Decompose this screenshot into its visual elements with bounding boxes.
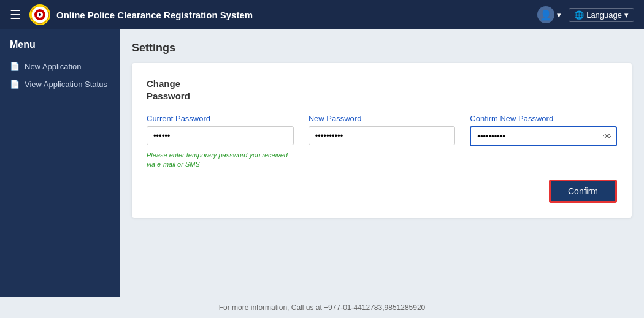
main-layout: Menu 📄 New Application 📄 View Applicatio… — [0, 29, 644, 297]
navbar-logo-area: Online Police Clearance Registration Sys… — [29, 4, 537, 25]
confirm-password-input[interactable] — [470, 126, 617, 146]
sidebar-item-label: New Application — [25, 62, 82, 71]
language-icon: 🌐 — [574, 10, 584, 20]
confirm-password-label: Confirm New Password — [470, 114, 617, 123]
new-password-group: New Password — [309, 114, 456, 170]
navbar-logo — [29, 4, 50, 25]
hamburger-icon[interactable]: ☰ — [10, 7, 21, 22]
current-password-helper: Please enter temporary password you rece… — [147, 151, 294, 170]
page-title: Settings — [132, 42, 632, 55]
confirm-button[interactable]: Confirm — [549, 180, 617, 203]
footer-text: For more information, Call us at +977-01… — [219, 303, 426, 312]
eye-icon[interactable]: 👁 — [603, 131, 612, 142]
language-selector[interactable]: 🌐 Language ▾ — [569, 8, 634, 22]
content-area: Settings ChangePassword Current Password… — [120, 29, 644, 297]
form-actions: Confirm — [147, 180, 617, 203]
sidebar-item-label-2: View Application Status — [25, 80, 107, 89]
navbar-title: Online Police Clearance Registration Sys… — [56, 10, 253, 20]
user-caret-icon: ▾ — [557, 10, 561, 20]
new-password-label: New Password — [309, 114, 456, 123]
footer: For more information, Call us at +977-01… — [0, 297, 644, 318]
language-label: Language — [586, 10, 622, 20]
current-password-label: Current Password — [147, 114, 294, 123]
document-icon: 📄 — [10, 62, 20, 71]
confirm-password-group: Confirm New Password 👁 — [470, 114, 617, 170]
sidebar-item-view-status[interactable]: 📄 View Application Status — [0, 75, 120, 93]
sidebar: Menu 📄 New Application 📄 View Applicatio… — [0, 29, 120, 297]
svg-point-3 — [39, 13, 41, 16]
user-menu[interactable]: 👤 ▾ — [537, 6, 561, 23]
confirm-password-input-wrapper: 👁 — [470, 126, 617, 146]
sidebar-item-new-application[interactable]: 📄 New Application — [0, 58, 120, 75]
password-form-row: Current Password Please enter temporary … — [147, 114, 617, 170]
current-password-group: Current Password Please enter temporary … — [147, 114, 294, 170]
navbar-right: 👤 ▾ 🌐 Language ▾ — [537, 6, 634, 23]
new-password-input[interactable] — [309, 126, 456, 145]
settings-card: ChangePassword Current Password Please e… — [132, 63, 632, 218]
user-avatar-icon: 👤 — [537, 6, 554, 23]
sidebar-menu-label: Menu — [0, 34, 120, 58]
current-password-input[interactable] — [147, 126, 294, 145]
navbar: ☰ Online Police Clearance Registration S… — [0, 0, 644, 29]
change-password-title: ChangePassword — [147, 78, 617, 102]
document-icon-2: 📄 — [10, 80, 20, 89]
language-caret-icon: ▾ — [624, 10, 629, 20]
